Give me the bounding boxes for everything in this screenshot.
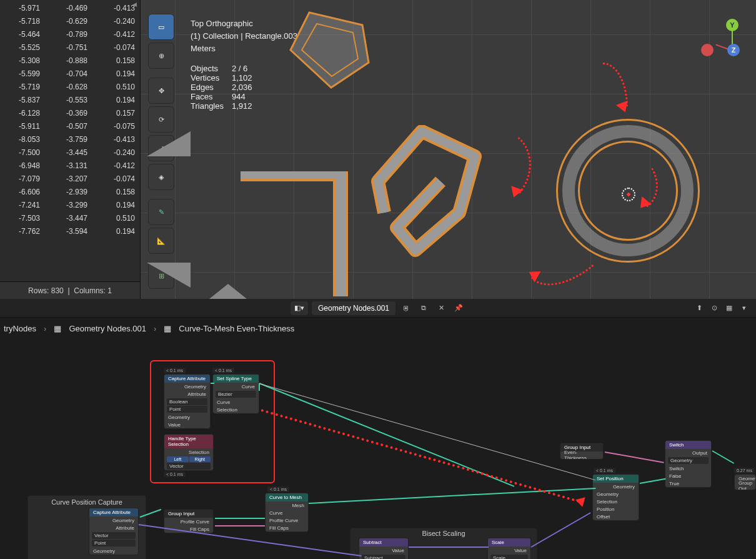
annotate-tool[interactable]: ✎	[148, 199, 174, 225]
node-title: Curve to Mesh	[266, 493, 308, 501]
mesh-shape-l[interactable]	[241, 171, 359, 296]
node-title: Scale	[488, 538, 530, 546]
node-editor: ◧▾ Geometry Nodes.001 ⛨ ⧉ ✕ 📌 ⬆ ⊙ ▦ ▾ tr…	[0, 299, 756, 559]
stat-vertices: 1,102	[232, 73, 252, 83]
table-row[interactable]: -5.599-0.7040.194	[0, 67, 140, 80]
node-capture-attribute[interactable]: Capture Attribute Geometry Attribute Boo…	[164, 374, 211, 429]
table-row[interactable]: -5.911-0.507-0.075	[0, 119, 140, 133]
node-group-input-left[interactable]: Group Input Profile Curve Fill Caps	[164, 509, 214, 533]
node-set-spline-type[interactable]: Set Spline Type Curve Bezier Curve Selec…	[212, 374, 259, 414]
spreadsheet-rows: -5.971-0.469-0.413-5.718-0.629-0.240-5.4…	[0, 0, 140, 238]
table-row[interactable]: -5.718-0.629-0.240	[0, 14, 140, 28]
node-link	[259, 383, 596, 480]
node-title: Handle Type Selection	[164, 435, 213, 448]
chevron-down-icon[interactable]: ▾	[737, 301, 751, 315]
parent-node-icon[interactable]: ⬆	[692, 301, 706, 315]
node-subtract[interactable]: Subtract Value Subtract	[359, 538, 409, 559]
table-row[interactable]: -5.308-0.8880.158	[0, 54, 140, 67]
table-row[interactable]: -6.948-3.131-0.412	[0, 159, 140, 172]
table-row[interactable]: -7.503-3.4470.510	[0, 211, 140, 224]
table-row[interactable]: -5.525-0.751-0.074	[0, 41, 140, 54]
node-handle-type-selection[interactable]: Handle Type Selection Selection Left Rig…	[164, 434, 214, 471]
transform-tool[interactable]: ◈	[148, 164, 174, 190]
table-row[interactable]: -5.464-0.789-0.412	[0, 28, 140, 41]
node-link	[215, 525, 265, 526]
breadcrumb-item[interactable]: Curve-To-Mesh Even-Thickness	[179, 324, 294, 333]
table-row[interactable]: -7.241-3.2990.194	[0, 198, 140, 211]
scroll-left-icon[interactable]: ◀	[132, 1, 137, 6]
cursor-tool[interactable]: ⊕	[148, 43, 174, 69]
node-set-position[interactable]: Set Position Geometry Geometry Selection…	[592, 474, 639, 521]
frame-label: Bisect Scaling	[351, 528, 537, 538]
mode-dropdown[interactable]: Vector	[167, 463, 211, 470]
timing-label: 0.27 ms	[734, 468, 755, 473]
nav-gizmo[interactable]: Y Z	[701, 19, 751, 69]
table-row[interactable]: -7.762-3.5940.194	[0, 224, 140, 238]
table-row[interactable]: -5.719-0.6280.510	[0, 80, 140, 93]
node-curve-to-mesh[interactable]: Curve to Mesh Mesh Curve Profile Curve F…	[265, 493, 309, 532]
btn-left[interactable]: Left	[167, 456, 189, 462]
collection-line: (1) Collection | Rectangle.003	[191, 30, 297, 43]
nodetree-browse-button[interactable]: ◧▾	[291, 301, 308, 315]
spreadsheet-footer: Rows: 830 | Columns: 1	[0, 281, 140, 299]
table-row[interactable]: -8.053-3.759-0.413	[0, 133, 140, 146]
rows-label: Rows:	[28, 286, 49, 295]
table-row[interactable]: -6.606-2.9390.158	[0, 185, 140, 198]
breadcrumb-item[interactable]: tryNodes	[4, 324, 36, 333]
breadcrumb: tryNodes › ▦ Geometry Nodes.001 › ▦ Curv…	[0, 318, 756, 339]
spline-type-dropdown[interactable]: Bezier	[216, 391, 256, 398]
table-row[interactable]: -7.500-3.445-0.240	[0, 146, 140, 159]
separator: |	[67, 286, 69, 295]
node-title: Capture Attribute	[89, 508, 138, 516]
viewport-stats: Objects2 / 6 Vertices1,102 Edges2,036 Fa…	[191, 64, 252, 111]
dtype-dropdown[interactable]: Boolean	[167, 398, 207, 405]
cols-label: Columns:	[74, 286, 106, 295]
mesh-shape-pentagon[interactable]	[284, 6, 378, 94]
timing-label: < 0.1 ms	[164, 471, 186, 477]
select-box-tool[interactable]: ▭	[148, 14, 174, 40]
node-link	[605, 451, 664, 463]
pin-icon[interactable]: 📌	[452, 301, 465, 315]
viewport-overlay-header: Top Orthographic (1) Collection | Rectan…	[191, 18, 297, 55]
node-scale[interactable]: Scale Value Scale	[487, 538, 531, 559]
rows-value: 830	[51, 286, 64, 295]
rotate-tool[interactable]: ⟳	[148, 106, 174, 133]
3d-cursor-icon	[622, 188, 635, 201]
frame-label: Curve Position Capture	[28, 496, 146, 508]
gizmo-x-icon[interactable]	[701, 44, 714, 56]
breadcrumb-item[interactable]: Geometry Nodes.001	[69, 324, 146, 333]
gizmo-z-icon[interactable]: Z	[727, 44, 740, 56]
flat-tri-3	[209, 284, 247, 299]
chevron-right-icon: ›	[154, 324, 156, 333]
overlay-icon[interactable]: ▦	[722, 301, 736, 315]
timing-label: < 0.1 ms	[267, 486, 289, 492]
node-group-output[interactable]: Geometry Group Out	[734, 474, 756, 490]
move-tool[interactable]: ✥	[148, 78, 174, 104]
table-row[interactable]: -6.128-0.3690.157	[0, 106, 140, 119]
duplicate-icon[interactable]: ⧉	[417, 301, 430, 315]
viewport-3d[interactable]: ▭ ⊕ ✥ ⟳ ⤢ ◈ ✎ 📐 ⊞ Top Orthographic (1) C…	[141, 0, 756, 299]
node-link	[640, 478, 666, 484]
gizmo-y-icon[interactable]: Y	[726, 19, 739, 31]
btn-right[interactable]: Right	[189, 456, 211, 462]
stat-label-objects: Objects	[191, 64, 232, 73]
unlink-icon[interactable]: ✕	[434, 301, 448, 315]
table-row[interactable]: -5.971-0.469-0.413	[0, 1, 140, 14]
node-canvas[interactable]: < 0.1 ms < 0.1 ms < 0.1 ms < 0.1 ms < 0.…	[0, 339, 756, 559]
nodetree-name-field[interactable]: Geometry Nodes.001	[312, 301, 395, 315]
table-row[interactable]: -5.837-0.5530.194	[0, 93, 140, 106]
node-title: Subtract	[359, 538, 408, 546]
node-group-input-top[interactable]: Group Input Even-Thickness	[560, 443, 604, 460]
domain-dropdown[interactable]: Point	[167, 406, 207, 413]
node-switch[interactable]: Switch Output Geometry Switch False True	[665, 440, 712, 488]
measure-tool[interactable]: 📐	[148, 228, 174, 254]
node-title: Switch	[665, 441, 711, 449]
shield-icon[interactable]: ⛨	[399, 301, 413, 315]
mesh-shape-arrow[interactable]	[366, 125, 490, 263]
node-capture-attribute-2[interactable]: Capture Attribute Geometry Attribute Vec…	[89, 508, 139, 555]
table-row[interactable]: -7.079-3.207-0.074	[0, 172, 140, 185]
timing-label: < 0.1 ms	[212, 368, 234, 373]
chevron-right-icon: ›	[44, 324, 46, 333]
snap-icon[interactable]: ⊙	[707, 301, 721, 315]
spreadsheet-panel: ◀ -5.971-0.469-0.413-5.718-0.629-0.240-5…	[0, 0, 141, 299]
